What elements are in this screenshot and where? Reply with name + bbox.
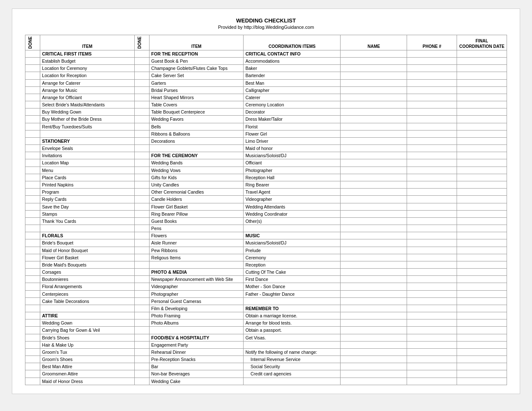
phone-cell[interactable] [407,58,457,65]
done-cell-2[interactable] [134,65,149,72]
name-cell[interactable] [341,72,407,79]
name-cell[interactable] [341,312,407,319]
done-cell-1[interactable] [25,152,40,159]
name-cell[interactable] [341,297,407,305]
date-cell[interactable] [457,137,507,144]
done-cell-2[interactable] [134,210,149,217]
done-cell-2[interactable] [134,348,149,355]
done-cell-1[interactable] [25,312,40,319]
done-cell-1[interactable] [25,50,40,57]
done-cell-2[interactable] [134,239,149,247]
name-cell[interactable] [341,327,407,334]
name-cell[interactable] [341,319,407,327]
date-cell[interactable] [457,370,507,378]
name-cell[interactable] [341,65,407,72]
done-cell-1[interactable] [25,65,40,72]
done-cell-2[interactable] [134,130,149,137]
date-cell[interactable] [457,327,507,334]
done-cell-2[interactable] [134,312,149,319]
done-cell-1[interactable] [25,363,40,370]
phone-cell[interactable] [407,174,457,181]
name-cell[interactable] [341,334,407,341]
done-cell-2[interactable] [134,137,149,144]
phone-cell[interactable] [407,189,457,196]
phone-cell[interactable] [407,108,457,116]
date-cell[interactable] [457,312,507,319]
date-cell[interactable] [457,174,507,181]
date-cell[interactable] [457,217,507,225]
phone-cell[interactable] [407,50,457,57]
done-cell-2[interactable] [134,290,149,297]
name-cell[interactable] [341,101,407,108]
done-cell-1[interactable] [25,196,40,203]
date-cell[interactable] [457,290,507,297]
name-cell[interactable] [341,261,407,268]
phone-cell[interactable] [407,297,457,305]
phone-cell[interactable] [407,137,457,144]
done-cell-1[interactable] [25,319,40,327]
date-cell[interactable] [457,108,507,116]
date-cell[interactable] [457,348,507,355]
phone-cell[interactable] [407,363,457,370]
date-cell[interactable] [457,123,507,130]
date-cell[interactable] [457,247,507,254]
phone-cell[interactable] [407,247,457,254]
date-cell[interactable] [457,116,507,123]
date-cell[interactable] [457,65,507,72]
name-cell[interactable] [341,269,407,276]
phone-cell[interactable] [407,269,457,276]
done-cell-2[interactable] [134,167,149,174]
phone-cell[interactable] [407,334,457,341]
name-cell[interactable] [341,356,407,363]
name-cell[interactable] [341,137,407,144]
done-cell-2[interactable] [134,189,149,196]
date-cell[interactable] [457,363,507,370]
name-cell[interactable] [341,210,407,217]
done-cell-1[interactable] [25,341,40,348]
name-cell[interactable] [341,181,407,189]
date-cell[interactable] [457,232,507,239]
done-cell-1[interactable] [25,137,40,144]
done-cell-2[interactable] [134,261,149,268]
done-cell-2[interactable] [134,123,149,130]
done-cell-1[interactable] [25,305,40,312]
phone-cell[interactable] [407,312,457,319]
phone-cell[interactable] [407,239,457,247]
name-cell[interactable] [341,225,407,232]
done-cell-1[interactable] [25,261,40,268]
phone-cell[interactable] [407,370,457,378]
name-cell[interactable] [341,50,407,57]
done-cell-1[interactable] [25,276,40,283]
phone-cell[interactable] [407,348,457,355]
phone-cell[interactable] [407,159,457,167]
phone-cell[interactable] [407,290,457,297]
name-cell[interactable] [341,247,407,254]
name-cell[interactable] [341,363,407,370]
done-cell-1[interactable] [25,239,40,247]
done-cell-1[interactable] [25,290,40,297]
date-cell[interactable] [457,356,507,363]
name-cell[interactable] [341,290,407,297]
phone-cell[interactable] [407,356,457,363]
date-cell[interactable] [457,254,507,261]
name-cell[interactable] [341,130,407,137]
date-cell[interactable] [457,261,507,268]
name-cell[interactable] [341,348,407,355]
done-cell-1[interactable] [25,334,40,341]
done-cell-1[interactable] [25,327,40,334]
date-cell[interactable] [457,50,507,57]
date-cell[interactable] [457,239,507,247]
done-cell-2[interactable] [134,79,149,86]
done-cell-2[interactable] [134,334,149,341]
done-cell-2[interactable] [134,108,149,116]
date-cell[interactable] [457,297,507,305]
date-cell[interactable] [457,145,507,152]
done-cell-2[interactable] [134,217,149,225]
name-cell[interactable] [341,276,407,283]
done-cell-1[interactable] [25,101,40,108]
done-cell-2[interactable] [134,283,149,290]
name-cell[interactable] [341,254,407,261]
name-cell[interactable] [341,167,407,174]
done-cell-2[interactable] [134,225,149,232]
done-cell-2[interactable] [134,58,149,65]
